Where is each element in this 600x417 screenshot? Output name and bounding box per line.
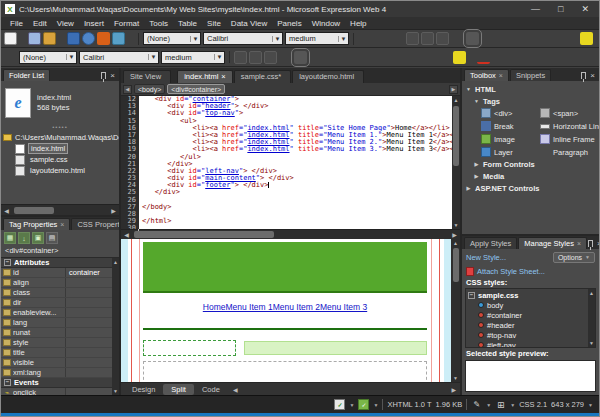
menu-item[interactable]: Insert xyxy=(79,19,109,28)
pin-icon[interactable] xyxy=(101,72,106,79)
show-set-properties-icon[interactable]: ▣ xyxy=(32,232,44,244)
design-nav-links[interactable]: HomeMenu Item 1Menu Item 2Menu Item 3 xyxy=(143,302,427,312)
view-tab[interactable]: Split xyxy=(163,384,194,395)
attribute-grid-vscrollbar[interactable]: ▲▼ xyxy=(112,258,119,395)
toolbox-item[interactable]: Layer xyxy=(481,146,540,158)
numbered-list-icon[interactable] xyxy=(369,51,382,64)
toolbox-item[interactable]: Inline Frame xyxy=(540,133,599,145)
align-right-icon[interactable] xyxy=(481,32,494,45)
menu-item[interactable]: Data View xyxy=(226,19,272,28)
css-style-item[interactable]: #top-nav xyxy=(468,330,587,340)
close-button[interactable]: ✕ xyxy=(581,4,589,14)
dropdown-arrow-icon[interactable] xyxy=(19,32,26,45)
scroll-left-icon[interactable]: ◀ xyxy=(228,386,243,393)
preview-icon[interactable] xyxy=(82,32,95,45)
style-dropdown[interactable]: (None)▼ xyxy=(143,32,201,45)
design-top-nav[interactable]: HomeMenu Item 1Menu Item 2Menu Item 3 xyxy=(143,295,427,327)
dropdown-arrow-icon[interactable] xyxy=(468,51,475,64)
toolbox-section[interactable]: ▼ HTML xyxy=(465,83,599,95)
font-size-dropdown-2[interactable]: medium▼ xyxy=(161,51,225,64)
redo-icon[interactable] xyxy=(382,32,395,45)
underline-icon[interactable] xyxy=(436,32,449,45)
menu-item[interactable]: Help xyxy=(345,19,371,28)
align-center-icon[interactable] xyxy=(294,51,307,64)
numbered-list-icon[interactable] xyxy=(496,32,509,45)
folder-root[interactable]: C:\Users\Muhammad.Waqas\Documents\M xyxy=(3,132,119,143)
tab-tag-properties[interactable]: Tag Properties× xyxy=(3,218,70,230)
document-tab[interactable]: sample.css* xyxy=(234,70,291,83)
highlight-icon[interactable] xyxy=(453,51,466,64)
folder-list-hscrollbar[interactable]: ◀ ▶ xyxy=(1,204,119,215)
menu-item[interactable]: Format xyxy=(109,19,144,28)
highlight-icon[interactable] xyxy=(580,32,593,45)
document-tab[interactable]: index.html× xyxy=(177,70,233,83)
dropdown-arrow-icon[interactable] xyxy=(571,32,578,45)
toolbox-section[interactable]: ▶ ASP.NET Controls xyxy=(465,182,599,194)
code-line[interactable]: 25 </div> xyxy=(121,189,452,196)
attribute-row[interactable]: visible xyxy=(1,358,112,368)
shrink-font-icon[interactable] xyxy=(354,51,367,64)
file-item[interactable]: index.html xyxy=(3,143,119,154)
code-line[interactable]: 30 xyxy=(121,225,452,229)
style-application-icon[interactable] xyxy=(4,51,17,64)
italic-icon[interactable] xyxy=(249,51,262,64)
css-style-item[interactable]: #header xyxy=(468,320,587,330)
design-header-block[interactable] xyxy=(143,242,427,293)
dropdown-arrow-icon[interactable] xyxy=(127,32,134,45)
decrease-indent-icon[interactable] xyxy=(399,51,412,64)
pin-icon[interactable] xyxy=(588,240,593,247)
attribute-row[interactable]: dir xyxy=(1,298,112,308)
align-center-icon[interactable] xyxy=(466,32,479,45)
tab-toolbox[interactable]: Toolbox× xyxy=(464,69,509,81)
design-main-content-block[interactable] xyxy=(244,341,427,355)
table-icon[interactable] xyxy=(429,51,442,64)
code-vscrollbar[interactable]: ▲▼ xyxy=(452,96,460,229)
attribute-row[interactable]: xml:lang xyxy=(1,368,112,378)
pin-icon[interactable] xyxy=(581,72,586,79)
dropdown-arrow-icon[interactable] xyxy=(58,32,65,45)
toolbox-section[interactable]: ▼ Tags xyxy=(465,95,599,107)
design-vscrollbar[interactable]: ▲▼ xyxy=(451,239,460,382)
new-page-icon[interactable] xyxy=(28,32,41,45)
bold-icon[interactable] xyxy=(234,51,247,64)
font-dropdown-2[interactable]: Calibri▼ xyxy=(79,51,159,64)
undo-icon[interactable] xyxy=(358,32,371,45)
grow-font-icon[interactable] xyxy=(339,51,352,64)
menu-item[interactable]: View xyxy=(52,19,79,28)
css-style-item[interactable]: #left-nav xyxy=(468,340,587,348)
new-style-link[interactable]: New Style... xyxy=(466,253,506,262)
justify-icon[interactable] xyxy=(324,51,337,64)
expander-icon[interactable]: ▶ xyxy=(473,173,480,179)
menu-item[interactable]: Edit xyxy=(28,19,52,28)
breadcrumb-tag[interactable]: <body> xyxy=(134,84,165,94)
attach-stylesheet-link[interactable]: Attach Style Sheet... xyxy=(477,267,545,276)
save-icon[interactable] xyxy=(67,32,80,45)
increase-indent-icon[interactable] xyxy=(541,32,554,45)
attribute-row[interactable]: class xyxy=(1,288,112,298)
attribute-row[interactable]: runat xyxy=(1,328,112,338)
menu-item[interactable]: Tools xyxy=(144,19,173,28)
toolbox-item[interactable]: Horizontal Line xyxy=(540,120,599,132)
tab-folder-list[interactable]: Folder List xyxy=(3,69,50,81)
breadcrumb-tag[interactable]: <div#container> xyxy=(167,84,225,94)
dropdown-arrow-icon[interactable] xyxy=(444,51,451,64)
attribute-row[interactable]: align xyxy=(1,278,112,288)
publish-icon[interactable] xyxy=(112,32,125,45)
increase-indent-icon[interactable] xyxy=(414,51,427,64)
scroll-right-icon[interactable]: ▶ xyxy=(446,386,460,393)
menu-item[interactable]: File xyxy=(5,19,28,28)
code-error-check-icon[interactable]: ✓ xyxy=(334,399,345,410)
superpreview-icon[interactable] xyxy=(97,32,110,45)
menu-item[interactable]: Table xyxy=(173,19,202,28)
event-row[interactable]: ⌁ onclick xyxy=(1,388,112,395)
underline-icon[interactable] xyxy=(264,51,277,64)
view-tab[interactable]: Design xyxy=(124,384,163,395)
page-dimensions-indicator[interactable]: 643 x 279 xyxy=(551,400,584,409)
minimize-button[interactable]: — xyxy=(531,4,540,14)
file-item[interactable]: sample.css xyxy=(3,154,119,165)
dropdown-arrow-icon[interactable] xyxy=(397,32,404,45)
align-left-icon[interactable] xyxy=(451,32,464,45)
font-color-icon[interactable] xyxy=(477,51,490,64)
close-panel-icon[interactable]: × xyxy=(110,73,115,79)
events-section-header[interactable]: −Events xyxy=(1,378,112,388)
